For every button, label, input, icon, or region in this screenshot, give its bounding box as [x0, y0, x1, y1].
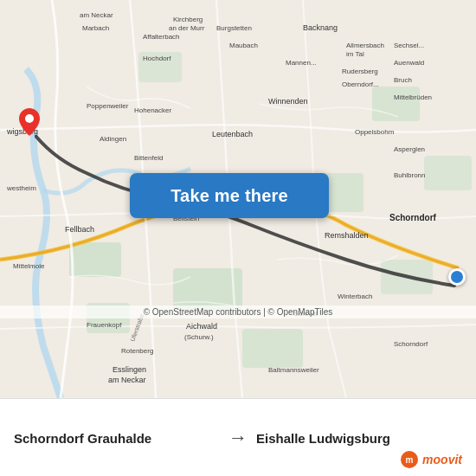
svg-rect-9 [424, 156, 472, 190]
svg-rect-1 [69, 242, 121, 277]
svg-text:Sechsel...: Sechsel... [394, 42, 424, 49]
destination-marker [448, 268, 466, 286]
svg-text:Esslingen: Esslingen [113, 365, 146, 374]
svg-text:im Tal: im Tal [346, 50, 364, 58]
svg-text:Burgstetten: Burgstetten [216, 24, 252, 32]
svg-text:Rotenberg: Rotenberg [121, 347, 153, 355]
svg-text:Mannen...: Mannen... [286, 59, 317, 67]
svg-text:Mittelbrüden: Mittelbrüden [394, 93, 432, 101]
route-arrow: → [228, 427, 248, 449]
svg-text:Marbach: Marbach [82, 24, 109, 32]
svg-text:Affalterbach: Affalterbach [143, 33, 180, 41]
svg-text:an der Murr: an der Murr [169, 24, 205, 32]
bottom-bar: m moovit Schorndorf Grauhalde → Eishalle… [0, 398, 476, 476]
route-to: Eishalle Ludwigsburg [256, 429, 462, 446]
svg-point-58 [25, 114, 34, 123]
arrow-symbol: → [228, 427, 248, 448]
svg-text:Poppenweiler: Poppenweiler [87, 102, 129, 110]
svg-text:Frauenkopf: Frauenkopf [87, 321, 122, 329]
svg-text:am Neckar: am Neckar [108, 376, 146, 384]
svg-text:Auenwald: Auenwald [394, 59, 424, 67]
svg-text:Backnang: Backnang [303, 23, 338, 32]
svg-text:Allmersbach: Allmersbach [346, 42, 384, 49]
svg-text:Oberndorf...: Oberndorf... [342, 80, 379, 88]
map-container: wigsburg westheim Fellbach Mittelmole Ho… [0, 0, 476, 398]
svg-text:m: m [406, 455, 414, 465]
svg-text:Hochdorf: Hochdorf [143, 55, 171, 62]
route-from: Schorndorf Grauhalde [14, 429, 220, 446]
svg-text:Remshalden: Remshalden [325, 231, 369, 240]
origin-marker [19, 108, 40, 134]
svg-text:Aichwald: Aichwald [186, 322, 217, 331]
svg-text:Kirchberg: Kirchberg [173, 16, 203, 23]
svg-text:(Schurw.): (Schurw.) [184, 333, 214, 341]
button-label: Take me there [170, 186, 288, 206]
svg-text:Baltmannsweiler: Baltmannsweiler [268, 366, 319, 374]
svg-text:Fellbach: Fellbach [65, 225, 94, 234]
moovit-brand: moovit [422, 453, 462, 466]
svg-text:Rudersberg: Rudersberg [342, 68, 378, 75]
svg-text:Asperglen: Asperglen [394, 145, 425, 153]
svg-rect-6 [381, 260, 433, 294]
svg-text:Aldingen: Aldingen [100, 135, 126, 143]
from-station-name: Schorndorf Grauhalde [14, 431, 220, 446]
svg-text:westheim: westheim [6, 184, 36, 192]
svg-text:Oppelsbohm: Oppelsbohm [355, 128, 395, 136]
svg-text:Bruch: Bruch [394, 76, 412, 84]
osm-attribution: © OpenStreetMap contributors | © OpenMap… [0, 306, 476, 318]
svg-rect-7 [242, 329, 303, 368]
to-station-name: Eishalle Ludwigsburg [256, 431, 462, 446]
svg-text:Buhlbronn: Buhlbronn [394, 171, 425, 179]
svg-text:Leutenbach: Leutenbach [212, 130, 253, 138]
take-me-there-button[interactable]: Take me there [130, 173, 329, 218]
svg-text:Maubach: Maubach [229, 42, 258, 49]
moovit-icon: m [400, 450, 419, 469]
svg-text:Winnenden: Winnenden [268, 97, 308, 106]
attribution-text: © OpenStreetMap contributors | © OpenMap… [144, 307, 333, 317]
svg-text:Bittenfeld: Bittenfeld [134, 154, 163, 162]
svg-text:Hohenacker: Hohenacker [134, 106, 171, 114]
svg-text:Schorndorf: Schorndorf [394, 340, 428, 348]
svg-text:Schorndorf: Schorndorf [389, 213, 437, 222]
svg-text:am Neckar: am Neckar [80, 11, 113, 19]
svg-text:Winterbach: Winterbach [338, 293, 372, 300]
svg-text:Mittelmole: Mittelmole [13, 262, 45, 270]
